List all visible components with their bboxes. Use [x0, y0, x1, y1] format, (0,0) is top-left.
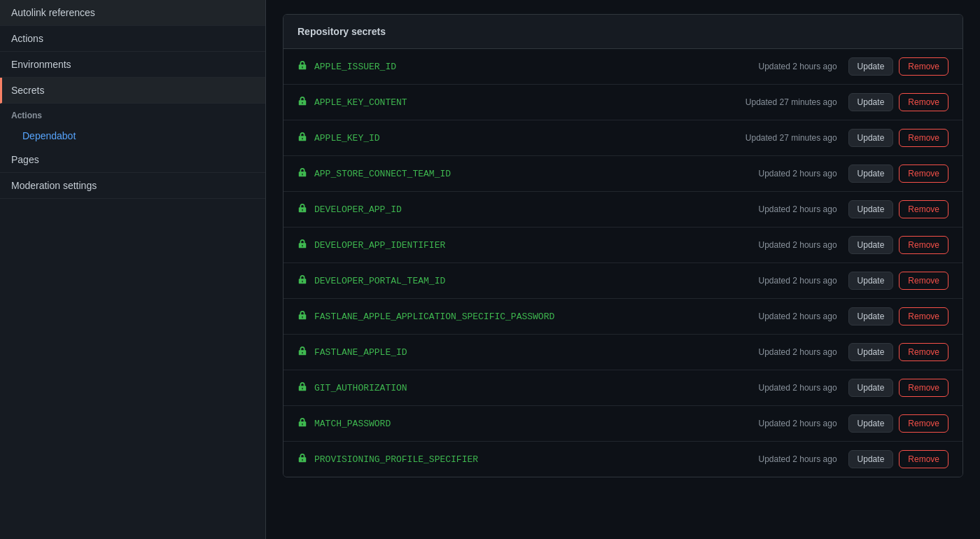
update-button[interactable]: Update: [848, 272, 894, 290]
lock-icon: [298, 418, 307, 430]
remove-button[interactable]: Remove: [899, 129, 948, 147]
remove-button[interactable]: Remove: [899, 272, 948, 290]
table-row: GIT_AUTHORIZATION Updated 2 hours ago Up…: [284, 370, 962, 406]
lock-icon: [298, 275, 307, 287]
update-button[interactable]: Update: [848, 93, 894, 111]
secret-name: FASTLANE_APPLE_ID: [314, 347, 759, 358]
sidebar-item-environments[interactable]: Environments: [0, 52, 265, 78]
remove-button[interactable]: Remove: [899, 307, 948, 326]
secret-name: DEVELOPER_APP_ID: [314, 204, 759, 215]
secrets-container: Repository secrets APPLE_ISSUER_ID Updat…: [283, 14, 963, 477]
table-row: FASTLANE_APPLE_APPLICATION_SPECIFIC_PASS…: [284, 299, 962, 335]
remove-button[interactable]: Remove: [899, 164, 948, 183]
secret-name: PROVISIONING_PROFILE_SPECIFIER: [314, 454, 759, 465]
remove-button[interactable]: Remove: [899, 450, 948, 468]
remove-button[interactable]: Remove: [899, 379, 948, 397]
update-button[interactable]: Update: [848, 200, 894, 218]
remove-button[interactable]: Remove: [899, 200, 948, 218]
update-button[interactable]: Update: [848, 379, 894, 397]
remove-button[interactable]: Remove: [899, 93, 948, 111]
secret-name: GIT_AUTHORIZATION: [314, 383, 759, 393]
sidebar-item-label: Moderation settings: [11, 180, 97, 191]
table-row: FASTLANE_APPLE_ID Updated 2 hours ago Up…: [284, 335, 962, 370]
sidebar-item-moderation-settings[interactable]: Moderation settings: [0, 173, 265, 199]
secret-updated-time: Updated 2 hours ago: [759, 62, 837, 71]
update-button[interactable]: Update: [848, 164, 894, 183]
secret-updated-time: Updated 2 hours ago: [759, 383, 837, 393]
secret-updated-time: Updated 2 hours ago: [759, 312, 837, 321]
update-button[interactable]: Update: [848, 57, 894, 76]
secret-updated-time: Updated 2 hours ago: [759, 169, 837, 178]
sidebar-subitem-dependabot[interactable]: Dependabot: [0, 125, 265, 147]
update-button[interactable]: Update: [848, 414, 894, 433]
sidebar-item-secrets[interactable]: Secrets: [0, 78, 265, 104]
lock-icon: [298, 204, 307, 216]
sidebar-item-autolink-references[interactable]: Autolink references: [0, 0, 265, 26]
sidebar: Autolink references Actions Environments…: [0, 0, 266, 539]
secrets-section-title: Repository secrets: [284, 15, 962, 49]
table-row: APPLE_KEY_CONTENT Updated 27 minutes ago…: [284, 85, 962, 120]
sidebar-item-label: Environments: [11, 59, 71, 70]
sidebar-item-actions[interactable]: Actions: [0, 26, 265, 52]
lock-icon: [298, 168, 307, 180]
sidebar-group-actions-label: Actions: [0, 104, 265, 125]
secret-name: DEVELOPER_APP_IDENTIFIER: [314, 240, 759, 251]
sidebar-subitem-label: Dependabot: [22, 130, 76, 141]
lock-icon: [298, 311, 307, 323]
table-row: APPLE_ISSUER_ID Updated 2 hours ago Upda…: [284, 49, 962, 85]
update-button[interactable]: Update: [848, 236, 894, 254]
secret-name: APPLE_ISSUER_ID: [314, 62, 759, 72]
secret-name: MATCH_PASSWORD: [314, 419, 759, 429]
lock-icon: [298, 132, 307, 144]
secret-name: APPLE_KEY_ID: [314, 133, 746, 144]
secret-updated-time: Updated 2 hours ago: [759, 347, 837, 357]
update-button[interactable]: Update: [848, 129, 894, 147]
secret-updated-time: Updated 27 minutes ago: [746, 133, 837, 143]
remove-button[interactable]: Remove: [899, 236, 948, 254]
table-row: APP_STORE_CONNECT_TEAM_ID Updated 2 hour…: [284, 156, 962, 192]
update-button[interactable]: Update: [848, 343, 894, 361]
table-row: DEVELOPER_PORTAL_TEAM_ID Updated 2 hours…: [284, 263, 962, 299]
table-row: MATCH_PASSWORD Updated 2 hours ago Updat…: [284, 406, 962, 442]
lock-icon: [298, 382, 307, 394]
table-row: APPLE_KEY_ID Updated 27 minutes ago Upda…: [284, 120, 962, 156]
secret-name: APPLE_KEY_CONTENT: [314, 97, 746, 108]
table-row: DEVELOPER_APP_IDENTIFIER Updated 2 hours…: [284, 227, 962, 263]
remove-button[interactable]: Remove: [899, 343, 948, 361]
secret-updated-time: Updated 2 hours ago: [759, 454, 837, 464]
secret-name: FASTLANE_APPLE_APPLICATION_SPECIFIC_PASS…: [314, 312, 759, 322]
remove-button[interactable]: Remove: [899, 57, 948, 76]
sidebar-item-label: Autolink references: [11, 7, 95, 18]
sidebar-item-label: Pages: [11, 154, 39, 165]
update-button[interactable]: Update: [848, 307, 894, 326]
lock-icon: [298, 61, 307, 73]
lock-icon: [298, 346, 307, 358]
table-row: PROVISIONING_PROFILE_SPECIFIER Updated 2…: [284, 442, 962, 477]
sidebar-item-label: Secrets: [11, 85, 44, 96]
remove-button[interactable]: Remove: [899, 414, 948, 433]
table-row: DEVELOPER_APP_ID Updated 2 hours ago Upd…: [284, 192, 962, 227]
lock-icon: [298, 239, 307, 251]
sidebar-item-pages[interactable]: Pages: [0, 147, 265, 173]
secret-updated-time: Updated 2 hours ago: [759, 276, 837, 286]
secret-updated-time: Updated 2 hours ago: [759, 419, 837, 428]
secret-updated-time: Updated 27 minutes ago: [746, 97, 837, 107]
update-button[interactable]: Update: [848, 450, 894, 468]
main-content: Repository secrets APPLE_ISSUER_ID Updat…: [266, 0, 980, 539]
secrets-list: APPLE_ISSUER_ID Updated 2 hours ago Upda…: [284, 49, 962, 477]
secret-updated-time: Updated 2 hours ago: [759, 204, 837, 214]
sidebar-item-label: Actions: [11, 33, 43, 44]
secret-updated-time: Updated 2 hours ago: [759, 240, 837, 250]
lock-icon: [298, 454, 307, 465]
lock-icon: [298, 97, 307, 108]
secret-name: APP_STORE_CONNECT_TEAM_ID: [314, 169, 759, 179]
secret-name: DEVELOPER_PORTAL_TEAM_ID: [314, 276, 759, 286]
